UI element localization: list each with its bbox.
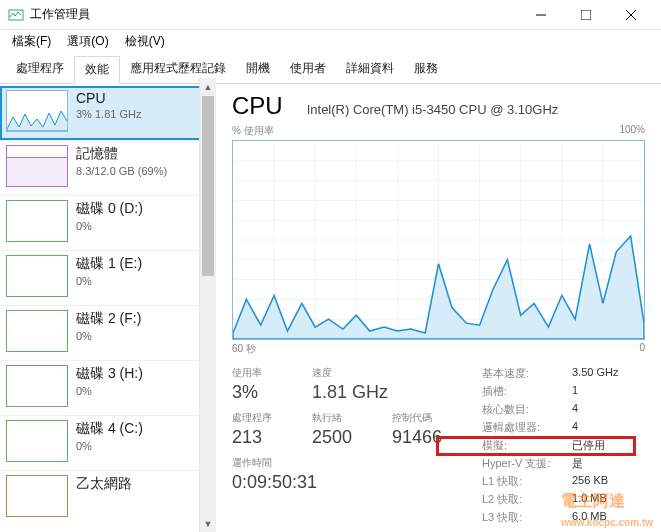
menu-options[interactable]: 選項(O)	[61, 31, 114, 52]
sidebar-sub: 0%	[76, 330, 141, 342]
tab-users[interactable]: 使用者	[280, 56, 336, 83]
window-title: 工作管理員	[30, 6, 518, 23]
sidebar-item-ethernet[interactable]: 乙太網路	[0, 470, 215, 525]
menu-view[interactable]: 檢視(V)	[119, 31, 171, 52]
tab-performance[interactable]: 效能	[74, 56, 120, 84]
sidebar: CPU3% 1.81 GHz 記憶體8.3/12.0 GB (69%) 磁碟 0…	[0, 84, 216, 532]
page-title: CPU	[232, 92, 283, 120]
scroll-thumb[interactable]	[202, 96, 214, 276]
usage-value: 3%	[232, 382, 292, 403]
virtualization-row: 模擬:已停用	[482, 438, 645, 453]
y-axis-label: % 使用率	[232, 124, 274, 138]
sidebar-sub: 0%	[76, 275, 142, 287]
main-panel: CPU Intel(R) Core(TM) i5-3450 CPU @ 3.10…	[216, 84, 661, 532]
uptime-value: 0:09:50:31	[232, 472, 317, 493]
scroll-down-icon[interactable]: ▼	[200, 515, 216, 532]
sidebar-label: 乙太網路	[76, 475, 132, 493]
sidebar-label: 磁碟 0 (D:)	[76, 200, 143, 218]
tab-apphistory[interactable]: 應用程式歷程記錄	[120, 56, 236, 83]
scroll-up-icon[interactable]: ▲	[200, 78, 216, 95]
sidebar-label: 磁碟 4 (C:)	[76, 420, 143, 438]
app-icon	[8, 7, 24, 23]
tab-startup[interactable]: 開機	[236, 56, 280, 83]
cpu-graph[interactable]	[232, 140, 645, 340]
usage-label: 使用率	[232, 366, 292, 380]
sidebar-sub: 0%	[76, 440, 143, 452]
y-axis-max: 100%	[619, 124, 645, 138]
close-button[interactable]	[608, 0, 653, 30]
sidebar-sub: 0%	[76, 220, 143, 232]
sidebar-item-disk3[interactable]: 磁碟 3 (H:)0%	[0, 360, 215, 415]
sidebar-label: CPU	[76, 90, 141, 106]
sidebar-label: 磁碟 3 (H:)	[76, 365, 143, 383]
sidebar-item-disk0[interactable]: 磁碟 0 (D:)0%	[0, 195, 215, 250]
tab-processes[interactable]: 處理程序	[6, 56, 74, 83]
sidebar-label: 記憶體	[76, 145, 167, 163]
tab-services[interactable]: 服務	[404, 56, 448, 83]
sidebar-item-disk1[interactable]: 磁碟 1 (E:)0%	[0, 250, 215, 305]
handles-value: 91466	[392, 427, 452, 448]
handles-label: 控制代碼	[392, 411, 452, 425]
titlebar: 工作管理員	[0, 0, 661, 30]
sidebar-scrollbar[interactable]: ▲ ▼	[199, 78, 216, 532]
sidebar-label: 磁碟 2 (F:)	[76, 310, 141, 328]
speed-label: 速度	[312, 366, 388, 380]
maximize-button[interactable]	[563, 0, 608, 30]
cpu-model: Intel(R) Core(TM) i5-3450 CPU @ 3.10GHz	[307, 102, 559, 117]
threads-value: 2500	[312, 427, 372, 448]
sidebar-sub: 3% 1.81 GHz	[76, 108, 141, 120]
tab-details[interactable]: 詳細資料	[336, 56, 404, 83]
menubar: 檔案(F) 選項(O) 檢視(V)	[0, 30, 661, 52]
sidebar-label: 磁碟 1 (E:)	[76, 255, 142, 273]
sidebar-item-disk4[interactable]: 磁碟 4 (C:)0%	[0, 415, 215, 470]
x-axis-right: 0	[639, 342, 645, 356]
sidebar-item-cpu[interactable]: CPU3% 1.81 GHz	[0, 86, 215, 140]
sidebar-item-disk2[interactable]: 磁碟 2 (F:)0%	[0, 305, 215, 360]
uptime-label: 運作時間	[232, 456, 317, 470]
sidebar-sub: 8.3/12.0 GB (69%)	[76, 165, 167, 177]
menu-file[interactable]: 檔案(F)	[6, 31, 57, 52]
minimize-button[interactable]	[518, 0, 563, 30]
processes-label: 處理程序	[232, 411, 292, 425]
threads-label: 執行緒	[312, 411, 372, 425]
watermark: 電主阿達 www.kocpc.com.tw	[561, 491, 653, 530]
sidebar-item-memory[interactable]: 記憶體8.3/12.0 GB (69%)	[0, 140, 215, 195]
x-axis-left: 60 秒	[232, 342, 256, 356]
speed-value: 1.81 GHz	[312, 382, 388, 403]
tabs: 處理程序 效能 應用程式歷程記錄 開機 使用者 詳細資料 服務	[0, 52, 661, 84]
sidebar-sub: 0%	[76, 385, 143, 397]
svg-rect-2	[581, 10, 591, 20]
processes-value: 213	[232, 427, 292, 448]
